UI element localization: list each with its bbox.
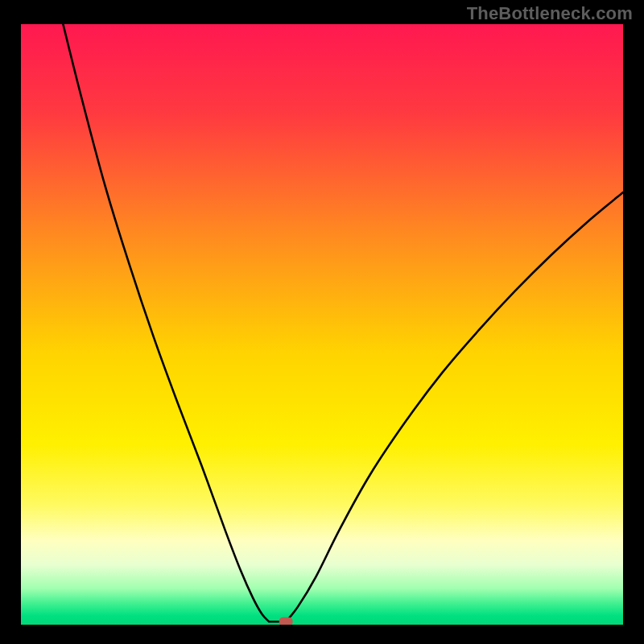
chart-frame: TheBottleneck.com — [0, 0, 644, 644]
plot-area — [21, 24, 623, 625]
chart-svg — [21, 24, 623, 625]
minimum-marker — [279, 617, 293, 625]
gradient-background — [21, 24, 623, 625]
watermark-label: TheBottleneck.com — [467, 3, 633, 24]
